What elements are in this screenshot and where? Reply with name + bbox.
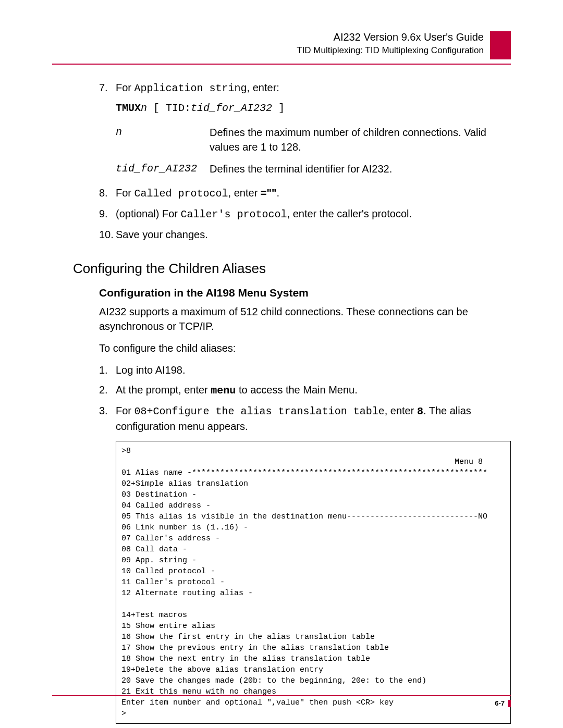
cmd-close: ] (272, 102, 285, 114)
section-heading: Configuring the Children Aliases (73, 261, 511, 277)
definition-list: n Defines the maximum number of children… (116, 125, 511, 176)
step-number: 8. (99, 186, 116, 201)
cmd-tmux: TMUX (116, 102, 141, 114)
header-subtitle: TID Multiplexing: TID Multiplexing Confi… (297, 45, 484, 56)
header-text: AI232 Version 9.6x User's Guide TID Mult… (297, 31, 484, 56)
step-body: For Called protocol, enter ="". (116, 186, 511, 201)
code-text: Called protocol (134, 188, 228, 200)
cmd-n: n (141, 102, 147, 114)
page-footer: 6-7 (52, 695, 511, 707)
subsection-heading: Configuration in the AI198 Menu System (99, 285, 511, 300)
step-body: (optional) For Caller's protocol, enter … (116, 206, 511, 222)
text: , enter (228, 187, 261, 199)
def-body: Defines the terminal identifier for AI23… (210, 162, 511, 176)
step-8: 8. For Called protocol, enter ="". (99, 186, 511, 201)
step-number: 2. (99, 382, 116, 398)
paragraph: AI232 supports a maximum of 512 child co… (99, 304, 511, 334)
footer-red-marker (508, 700, 511, 707)
step-body: Log into AI198. (116, 363, 511, 377)
page-number-wrap: 6-7 (52, 699, 511, 707)
section-body: Configuration in the AI198 Menu System A… (99, 285, 511, 724)
header-divider (52, 64, 511, 65)
text: , enter: (247, 82, 279, 93)
cmd-bracket: [ TID: (147, 102, 191, 114)
cmd-tid: tid_for_AI232 (191, 102, 272, 114)
code-text: ="" (261, 187, 277, 199)
step-9: 9. (optional) For Caller's protocol, ent… (99, 206, 511, 222)
code-text: Caller's protocol (181, 208, 287, 220)
content-body: 7. For Application string, enter: TMUXn … (99, 80, 511, 242)
child-step-3: 3. For 08+Configure the alias translatio… (99, 403, 511, 434)
menu-screen-box: >8 Menu 8 01 Alias name -***************… (116, 441, 511, 724)
text: For (116, 405, 134, 416)
header-title: AI232 Version 9.6x User's Guide (297, 31, 484, 43)
step-body: At the prompt, enter menu to access the … (116, 382, 511, 398)
step-number: 1. (99, 363, 116, 377)
command-line: TMUXn [ TID:tid_for_AI232 ] (116, 101, 511, 116)
page: AI232 Version 9.6x User's Guide TID Mult… (0, 0, 563, 728)
footer-divider (52, 695, 511, 696)
header-red-box (490, 31, 511, 59)
step-10: 10. Save your changes. (99, 227, 511, 242)
page-number: 6-7 (495, 699, 505, 707)
def-term: tid_for_AI232 (116, 162, 210, 176)
child-step-1: 1. Log into AI198. (99, 363, 511, 377)
paragraph: To configure the child aliases: (99, 341, 511, 355)
step-number: 9. (99, 206, 116, 222)
step-number: 7. (99, 80, 116, 96)
text: to access the Main Menu. (236, 384, 357, 396)
text: At the prompt, enter (116, 384, 211, 396)
text: For (116, 82, 134, 93)
step-body: Save your changes. (116, 227, 511, 242)
step-number: 3. (99, 403, 116, 434)
step-body: For 08+Configure the alias translation t… (116, 403, 511, 434)
code-text: 08+Configure the alias translation table (134, 405, 385, 417)
code-text: Application string (134, 82, 247, 94)
page-header: AI232 Version 9.6x User's Guide TID Mult… (52, 31, 511, 59)
step-7: 7. For Application string, enter: (99, 80, 511, 96)
step-number: 10. (99, 227, 116, 242)
def-term: n (116, 125, 210, 154)
text: . (277, 187, 280, 199)
command: 8 (417, 405, 423, 417)
command: menu (211, 385, 236, 397)
child-step-2: 2. At the prompt, enter menu to access t… (99, 382, 511, 398)
text: (optional) For (116, 208, 181, 219)
def-row-tid: tid_for_AI232 Defines the terminal ident… (116, 162, 511, 176)
text: For (116, 187, 134, 199)
text: , enter the caller's protocol. (287, 208, 412, 219)
def-body: Defines the maximum number of children c… (210, 125, 511, 154)
step-body: For Application string, enter: (116, 80, 511, 96)
def-row-n: n Defines the maximum number of children… (116, 125, 511, 154)
text: , enter (385, 405, 417, 416)
